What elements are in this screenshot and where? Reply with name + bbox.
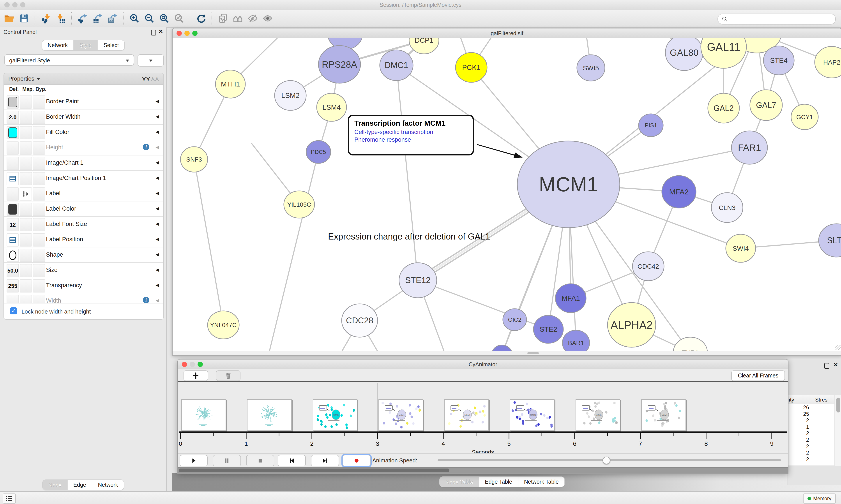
network-horizontal-scrollbar[interactable] (173, 351, 841, 355)
resize-grip[interactable] (835, 345, 841, 350)
expand-row-icon[interactable]: ◀ (156, 114, 159, 119)
bypass-cell[interactable] (33, 218, 45, 231)
skip-start-button[interactable] (278, 455, 306, 466)
network-node-mth1[interactable]: MTH1 (215, 70, 245, 98)
results-row[interactable]: 2 (788, 449, 835, 456)
lock-size-checkbox[interactable]: ✓ (10, 307, 17, 314)
default-value-cell[interactable]: 255 (6, 280, 19, 292)
frame-thumbnail-5[interactable]: MCM1 (510, 399, 555, 431)
network-node-pck1[interactable]: PCK1 (455, 53, 487, 82)
network-edge[interactable] (194, 159, 223, 325)
property-row-height[interactable]: Heighti◀ (4, 140, 163, 156)
expand-row-icon[interactable]: ◀ (156, 206, 159, 211)
network-edge[interactable] (265, 152, 319, 355)
pause-button[interactable] (213, 455, 241, 466)
info-icon[interactable]: i (143, 144, 149, 150)
network-node-gal11[interactable]: GAL11 (701, 38, 746, 68)
network-window-titlebar[interactable]: galFiltered.sif (173, 29, 841, 38)
record-button[interactable] (342, 455, 371, 466)
property-row-label[interactable]: Label◀ (4, 186, 163, 201)
mapping-cell[interactable] (20, 233, 32, 247)
frame-thumbnail-3[interactable]: MCM1 (378, 399, 423, 431)
network-node-dmc1[interactable]: DMC1 (380, 50, 413, 80)
network-node-snf3[interactable]: SNF3 (180, 147, 208, 172)
play-button[interactable] (180, 455, 208, 466)
network-node-gal7[interactable]: GAL7 (750, 90, 782, 121)
property-row-transparency[interactable]: 255Transparency◀ (4, 278, 163, 293)
default-value-cell[interactable] (6, 233, 19, 247)
property-row-border-paint[interactable]: Border Paint◀ (4, 94, 163, 109)
zoom-out-button[interactable] (143, 12, 156, 25)
slider-thumb[interactable] (603, 457, 610, 464)
zoom-selected-button[interactable] (173, 12, 186, 25)
bypass-cell[interactable] (33, 141, 45, 155)
expand-row-icon[interactable]: ◀ (156, 221, 159, 227)
float-panel-icon[interactable] (824, 363, 829, 369)
frame-thumbnail-0[interactable] (181, 399, 226, 431)
scrollbar-thumb[interactable] (836, 398, 840, 413)
bypass-cell[interactable] (33, 280, 45, 292)
search-box[interactable] (717, 14, 836, 24)
results-header[interactable]: ity Stres (788, 395, 835, 404)
mapping-cell[interactable] (20, 218, 32, 231)
tab-select[interactable]: Select (98, 40, 124, 50)
bypass-cell[interactable] (33, 264, 45, 277)
mapping-cell[interactable] (20, 126, 32, 139)
mapping-cell[interactable] (20, 95, 32, 109)
network-edge[interactable] (418, 280, 549, 329)
network-canvas[interactable]: RPS28ADMC1DCP1PCK1SWI5GAL80GAL11STE4HAP2… (173, 38, 841, 355)
bypass-cell[interactable] (33, 111, 45, 124)
results-column-stress[interactable]: Stres (815, 397, 827, 403)
bypass-cell[interactable] (33, 233, 45, 247)
first-neighbors-button[interactable] (231, 12, 245, 25)
network-node-gcy1[interactable]: GCY1 (791, 104, 818, 130)
default-value-cell[interactable] (6, 187, 19, 201)
network-node-cln3[interactable]: CLN3 (711, 193, 743, 222)
expand-all-icon[interactable]: ⋎⋎ (142, 75, 150, 82)
network-node-gal80[interactable]: GAL80 (665, 38, 703, 71)
results-row[interactable]: 2 (788, 456, 835, 463)
network-node-pis1[interactable]: PIS1 (639, 114, 663, 137)
property-row-label-color[interactable]: Label Color◀ (4, 201, 163, 217)
annotation-link[interactable]: Pheromone response (354, 137, 467, 143)
scrollbar-thumb[interactable] (527, 352, 539, 354)
default-value-cell[interactable] (6, 95, 19, 109)
expand-row-icon[interactable]: ◀ (156, 160, 159, 165)
default-value-cell[interactable] (6, 172, 19, 185)
network-node-mcm1[interactable]: MCM1 (517, 141, 620, 228)
save-session-button[interactable] (18, 12, 31, 25)
mcm1-annotation[interactable]: Transcription factor MCM1 Cell-type-spec… (348, 115, 474, 156)
frame-thumbnail-7[interactable]: MCM1 (641, 399, 686, 431)
expand-row-icon[interactable]: ◀ (156, 144, 159, 150)
stop-button[interactable] (246, 455, 274, 466)
expand-row-icon[interactable]: ◀ (156, 283, 159, 288)
results-row[interactable]: 2 (788, 436, 835, 443)
property-row-size[interactable]: 50.0Size◀ (4, 263, 163, 278)
network-node-pdc5[interactable]: PDC5 (306, 141, 331, 163)
network-node-ynl047c[interactable]: YNL047C (208, 311, 239, 339)
results-row[interactable]: 2 (788, 430, 835, 436)
expand-row-icon[interactable]: ◀ (156, 175, 159, 180)
bypass-cell[interactable] (33, 249, 45, 262)
close-panel-icon[interactable]: ✕ (159, 29, 163, 35)
results-row[interactable]: 25 (788, 411, 835, 417)
cyanimator-titlebar[interactable]: CyAnimator (178, 360, 788, 370)
network-node-dcp1[interactable]: DCP1 (409, 38, 439, 54)
network-node-cdc28[interactable]: CDC28 (342, 304, 378, 337)
clear-all-frames-button[interactable]: Clear All Frames (731, 371, 785, 381)
network-node-yil105c[interactable]: YIL105C (284, 191, 315, 218)
attr-tab-network[interactable]: Network (92, 480, 124, 490)
column-divider[interactable] (812, 396, 812, 403)
delete-frame-button[interactable] (216, 371, 240, 381)
expand-row-icon[interactable]: ◀ (156, 267, 159, 272)
property-row-label-font-size[interactable]: 12Label Font Size◀ (4, 217, 163, 232)
task-history-button[interactable] (3, 493, 16, 504)
bypass-cell[interactable] (33, 157, 45, 170)
expand-row-icon[interactable]: ◀ (156, 129, 159, 134)
hide-selected-button[interactable] (246, 12, 259, 25)
cyanimator-timeline[interactable]: MCM1MCM1MCM1MCM1MCM1MCM1 0123456789 Seco… (178, 382, 788, 451)
bypass-cell[interactable] (33, 95, 45, 109)
bypass-cell[interactable] (33, 126, 45, 139)
tab-style[interactable]: Style (74, 40, 98, 50)
default-value-cell[interactable]: 12 (6, 218, 19, 231)
